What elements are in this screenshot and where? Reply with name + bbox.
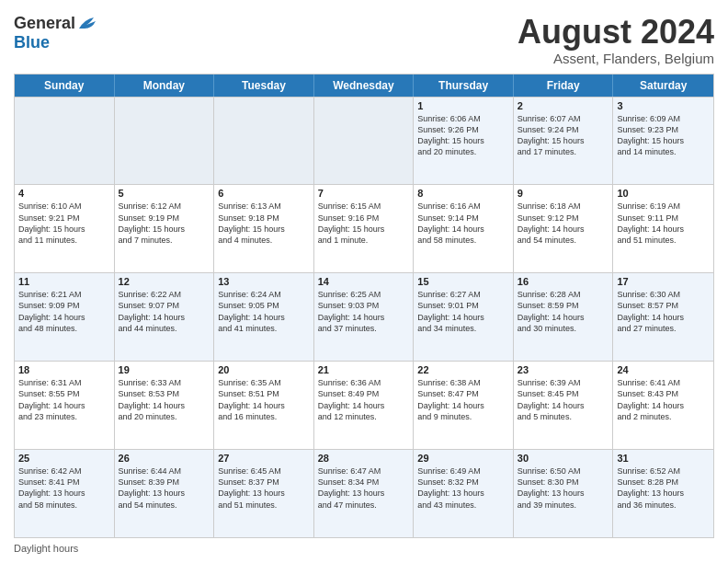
cal-cell-28: 28Sunrise: 6:47 AM Sunset: 8:34 PM Dayli…: [314, 450, 415, 537]
cal-cell-23: 23Sunrise: 6:39 AM Sunset: 8:45 PM Dayli…: [514, 362, 614, 449]
cal-cell-3: 3Sunrise: 6:09 AM Sunset: 9:23 PM Daylig…: [613, 98, 713, 185]
cal-cell-26: 26Sunrise: 6:44 AM Sunset: 8:39 PM Dayli…: [115, 450, 215, 537]
cal-cell-12: 12Sunrise: 6:22 AM Sunset: 9:07 PM Dayli…: [115, 273, 215, 361]
cal-cell-2: 2Sunrise: 6:07 AM Sunset: 9:24 PM Daylig…: [514, 98, 614, 185]
day-number: 2: [518, 100, 609, 111]
day-number: 26: [119, 453, 210, 464]
cal-row-0: 1Sunrise: 6:06 AM Sunset: 9:26 PM Daylig…: [15, 97, 713, 185]
day-number: 1: [417, 100, 509, 111]
day-number: 23: [518, 364, 609, 375]
day-info: Sunrise: 6:52 AM Sunset: 8:28 PM Dayligh…: [617, 465, 710, 511]
day-number: 21: [318, 364, 410, 375]
cal-header-thursday: Thursday: [414, 75, 514, 97]
cal-cell-16: 16Sunrise: 6:28 AM Sunset: 8:59 PM Dayli…: [514, 273, 614, 361]
day-info: Sunrise: 6:24 AM Sunset: 9:05 PM Dayligh…: [218, 289, 310, 334]
cal-cell-19: 19Sunrise: 6:33 AM Sunset: 8:53 PM Dayli…: [115, 362, 215, 449]
cal-cell-10: 10Sunrise: 6:19 AM Sunset: 9:11 PM Dayli…: [613, 185, 713, 272]
cal-header-monday: Monday: [115, 75, 215, 97]
cal-cell-6: 6Sunrise: 6:13 AM Sunset: 9:18 PM Daylig…: [214, 185, 314, 272]
logo-blue-text: Blue: [14, 33, 50, 52]
day-number: 28: [318, 453, 410, 464]
cal-cell-21: 21Sunrise: 6:36 AM Sunset: 8:49 PM Dayli…: [314, 362, 415, 449]
day-info: Sunrise: 6:28 AM Sunset: 8:59 PM Dayligh…: [518, 289, 609, 334]
day-info: Sunrise: 6:25 AM Sunset: 9:03 PM Dayligh…: [318, 289, 410, 334]
cal-header-saturday: Saturday: [613, 75, 713, 97]
day-info: Sunrise: 6:06 AM Sunset: 9:26 PM Dayligh…: [417, 113, 509, 158]
cal-cell-8: 8Sunrise: 6:16 AM Sunset: 9:14 PM Daylig…: [414, 185, 514, 272]
cal-row-3: 18Sunrise: 6:31 AM Sunset: 8:55 PM Dayli…: [15, 361, 713, 449]
day-info: Sunrise: 6:45 AM Sunset: 8:37 PM Dayligh…: [218, 465, 310, 511]
cal-cell-4: 4Sunrise: 6:10 AM Sunset: 9:21 PM Daylig…: [15, 185, 115, 272]
cal-cell-13: 13Sunrise: 6:24 AM Sunset: 9:05 PM Dayli…: [214, 273, 314, 361]
cal-cell-1: 1Sunrise: 6:06 AM Sunset: 9:26 PM Daylig…: [414, 98, 514, 185]
day-info: Sunrise: 6:07 AM Sunset: 9:24 PM Dayligh…: [518, 113, 609, 158]
cal-cell-5: 5Sunrise: 6:12 AM Sunset: 9:19 PM Daylig…: [115, 185, 215, 272]
day-number: 5: [119, 188, 210, 199]
cal-cell-7: 7Sunrise: 6:15 AM Sunset: 9:16 PM Daylig…: [314, 185, 415, 272]
day-info: Sunrise: 6:09 AM Sunset: 9:23 PM Dayligh…: [617, 113, 710, 158]
day-number: 16: [518, 276, 609, 287]
day-info: Sunrise: 6:36 AM Sunset: 8:49 PM Dayligh…: [318, 377, 410, 422]
day-info: Sunrise: 6:15 AM Sunset: 9:16 PM Dayligh…: [318, 201, 410, 246]
cal-row-1: 4Sunrise: 6:10 AM Sunset: 9:21 PM Daylig…: [15, 184, 713, 272]
cal-cell-11: 11Sunrise: 6:21 AM Sunset: 9:09 PM Dayli…: [15, 273, 115, 361]
day-info: Sunrise: 6:42 AM Sunset: 8:41 PM Dayligh…: [18, 465, 110, 511]
cal-cell-24: 24Sunrise: 6:41 AM Sunset: 8:43 PM Dayli…: [613, 362, 713, 449]
day-info: Sunrise: 6:31 AM Sunset: 8:55 PM Dayligh…: [18, 377, 110, 422]
cal-cell-31: 31Sunrise: 6:52 AM Sunset: 8:28 PM Dayli…: [613, 450, 713, 537]
cal-cell-empty-0-0: [15, 98, 115, 185]
header: General Blue August 2024 Assent, Flander…: [14, 14, 714, 66]
day-info: Sunrise: 6:50 AM Sunset: 8:30 PM Dayligh…: [518, 465, 609, 511]
day-info: Sunrise: 6:41 AM Sunset: 8:43 PM Dayligh…: [617, 377, 710, 422]
day-number: 7: [318, 188, 410, 199]
cal-row-4: 25Sunrise: 6:42 AM Sunset: 8:41 PM Dayli…: [15, 449, 713, 537]
day-info: Sunrise: 6:38 AM Sunset: 8:47 PM Dayligh…: [417, 377, 509, 422]
cal-header-friday: Friday: [514, 75, 614, 97]
day-info: Sunrise: 6:18 AM Sunset: 9:12 PM Dayligh…: [518, 201, 609, 246]
day-info: Sunrise: 6:19 AM Sunset: 9:11 PM Dayligh…: [617, 201, 710, 246]
day-info: Sunrise: 6:49 AM Sunset: 8:32 PM Dayligh…: [417, 465, 509, 511]
day-number: 10: [617, 188, 710, 199]
day-number: 31: [617, 453, 710, 464]
day-number: 19: [119, 364, 210, 375]
day-number: 22: [417, 364, 509, 375]
day-info: Sunrise: 6:27 AM Sunset: 9:01 PM Dayligh…: [417, 289, 509, 334]
cal-row-2: 11Sunrise: 6:21 AM Sunset: 9:09 PM Dayli…: [15, 272, 713, 361]
day-info: Sunrise: 6:35 AM Sunset: 8:51 PM Dayligh…: [218, 377, 310, 422]
title-section: August 2024 Assent, Flanders, Belgium: [518, 14, 714, 66]
day-number: 12: [119, 276, 210, 287]
logo-text: General: [14, 14, 97, 33]
cal-cell-empty-0-1: [115, 98, 215, 185]
day-number: 4: [18, 188, 110, 199]
day-info: Sunrise: 6:22 AM Sunset: 9:07 PM Dayligh…: [119, 289, 210, 334]
cal-cell-17: 17Sunrise: 6:30 AM Sunset: 8:57 PM Dayli…: [613, 273, 713, 361]
cal-cell-empty-0-2: [214, 98, 314, 185]
day-info: Sunrise: 6:12 AM Sunset: 9:19 PM Dayligh…: [119, 201, 210, 246]
calendar: SundayMondayTuesdayWednesdayThursdayFrid…: [14, 74, 714, 538]
cal-cell-14: 14Sunrise: 6:25 AM Sunset: 9:03 PM Dayli…: [314, 273, 415, 361]
day-number: 3: [617, 100, 710, 111]
day-info: Sunrise: 6:33 AM Sunset: 8:53 PM Dayligh…: [119, 377, 210, 422]
logo-general-text: General: [14, 14, 75, 33]
cal-cell-20: 20Sunrise: 6:35 AM Sunset: 8:51 PM Dayli…: [214, 362, 314, 449]
cal-cell-25: 25Sunrise: 6:42 AM Sunset: 8:41 PM Dayli…: [15, 450, 115, 537]
cal-cell-empty-0-3: [314, 98, 415, 185]
logo: General Blue: [14, 14, 97, 52]
calendar-header-row: SundayMondayTuesdayWednesdayThursdayFrid…: [15, 75, 713, 97]
day-info: Sunrise: 6:39 AM Sunset: 8:45 PM Dayligh…: [518, 377, 609, 422]
day-info: Sunrise: 6:13 AM Sunset: 9:18 PM Dayligh…: [218, 201, 310, 246]
cal-header-tuesday: Tuesday: [214, 75, 314, 97]
day-number: 29: [417, 453, 509, 464]
day-number: 27: [218, 453, 310, 464]
day-number: 9: [518, 188, 609, 199]
day-number: 30: [518, 453, 609, 464]
footer-note: Daylight hours: [14, 543, 714, 554]
day-info: Sunrise: 6:44 AM Sunset: 8:39 PM Dayligh…: [119, 465, 210, 511]
day-info: Sunrise: 6:16 AM Sunset: 9:14 PM Dayligh…: [417, 201, 509, 246]
page: General Blue August 2024 Assent, Flander…: [0, 0, 728, 563]
day-number: 24: [617, 364, 710, 375]
day-number: 17: [617, 276, 710, 287]
day-info: Sunrise: 6:21 AM Sunset: 9:09 PM Dayligh…: [18, 289, 110, 334]
cal-cell-27: 27Sunrise: 6:45 AM Sunset: 8:37 PM Dayli…: [214, 450, 314, 537]
cal-header-sunday: Sunday: [15, 75, 115, 97]
